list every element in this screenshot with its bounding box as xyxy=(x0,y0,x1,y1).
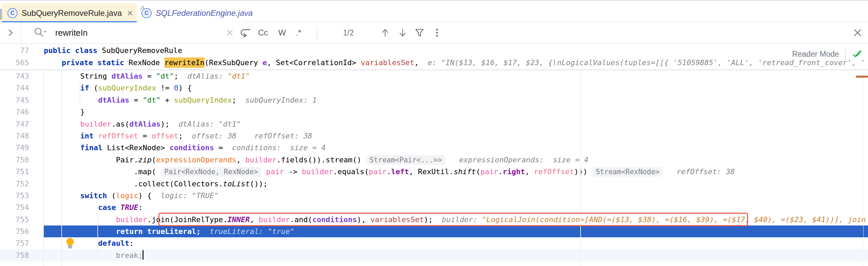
code-line[interactable]: 757 default: xyxy=(0,237,868,249)
line-number[interactable]: 753 xyxy=(0,190,29,202)
line-number[interactable]: 758 xyxy=(0,249,29,261)
line-number[interactable]: 754 xyxy=(0,202,29,213)
regex-toggle[interactable]: .* xyxy=(296,22,301,43)
code-line[interactable]: 752 .collect(Collectors.toList()); xyxy=(0,178,868,190)
code-line[interactable]: 751 .map( Pair<RexNode, RexNode> pair ->… xyxy=(0,166,868,178)
debugger-inline-hint[interactable]: conditions: size = 4 xyxy=(232,143,326,152)
code-token xyxy=(201,227,210,236)
gutter-divider xyxy=(43,70,44,266)
filter-search-button[interactable] xyxy=(414,22,425,43)
inferred-type-chip[interactable]: Pair<RexNode, RexNode> xyxy=(161,167,261,177)
tab-subqueryremoverule[interactable]: C SubQueryRemoveRule.java xyxy=(2,3,137,23)
code-token: e xyxy=(262,58,267,67)
code-line[interactable]: 77public class SubQueryRemoveRule xyxy=(0,45,868,57)
line-number[interactable]: 77 xyxy=(0,45,29,57)
line-number[interactable]: 743 xyxy=(0,70,29,82)
code-line[interactable]: 756 return trueLiteral; trueLiteral: "tr… xyxy=(0,225,868,237)
search-history-button[interactable] xyxy=(34,22,47,43)
code-token: ; xyxy=(178,132,192,140)
line-number[interactable]: 744 xyxy=(0,82,29,94)
code-line[interactable]: 565 private static RexNode rewriteIn(Rex… xyxy=(0,57,868,69)
line-number[interactable]: 565 xyxy=(0,57,29,69)
code-token: = xyxy=(214,143,232,152)
code-line[interactable]: 747 builder.as(dtAlias); dtAlias: "dt1" xyxy=(0,118,868,130)
debugger-inline-hint[interactable]: expressionOperands: size = 4 xyxy=(459,156,588,164)
code-token: RexNode xyxy=(124,58,164,67)
line-number[interactable]: 757 xyxy=(0,237,29,249)
code-line[interactable]: 750 Pair.zip(expressionOperands, builder… xyxy=(0,154,868,166)
code-token: int xyxy=(80,132,94,140)
intention-lightbulb-icon[interactable] xyxy=(65,237,75,250)
debugger-inline-hint[interactable]: refOffset: 38 xyxy=(677,167,735,176)
code-token: SubQueryRemoveRule xyxy=(97,46,182,55)
code-token: ; xyxy=(174,72,187,80)
match-case-toggle[interactable]: Cc xyxy=(258,22,268,43)
code-token: .map( xyxy=(62,167,160,176)
code-token: ( xyxy=(476,167,480,176)
inferred-type-chip[interactable]: Stream<RexNode> xyxy=(593,167,663,177)
inferred-type-chip[interactable]: Stream<Pair<...>> xyxy=(367,155,445,165)
debugger-inline-hint[interactable]: logic: "TRUE" xyxy=(160,191,218,200)
debugger-inline-hint[interactable]: refOffset: 38 xyxy=(254,132,312,140)
debugger-inline-hint[interactable]: trueLiteral: "true" xyxy=(210,227,294,236)
code-token: .collect(Collectors. xyxy=(62,180,223,188)
code-line[interactable]: 744 if (subQueryIndex != 0) { xyxy=(0,82,868,94)
code-line[interactable]: 749 final List<RexNode> conditions = con… xyxy=(0,142,868,154)
debugger-inline-hint[interactable]: dtAlias: xyxy=(187,72,227,80)
more-options-button[interactable] xyxy=(435,22,439,43)
line-number[interactable]: 755 xyxy=(0,214,29,225)
line-number[interactable]: 756 xyxy=(0,225,29,237)
line-number[interactable]: 752 xyxy=(0,178,29,190)
code-editor[interactable]: 743 String dtAlias = "dt"; dtAlias: "dt1… xyxy=(0,44,868,266)
debugger-inline-hint[interactable]: subQueryIndex: 1 xyxy=(245,96,317,104)
code-line[interactable]: 743 String dtAlias = "dt"; dtAlias: "dt1… xyxy=(0,70,868,82)
line-number[interactable]: 746 xyxy=(0,106,29,118)
widget-divider xyxy=(845,48,846,60)
code-token: final xyxy=(80,143,102,152)
code-line[interactable]: 748 int refOffset = offset; offset: 38 r… xyxy=(0,130,868,142)
tab-sqlfederationengine[interactable]: C SQLFederationEngine.java xyxy=(138,3,243,23)
debugger-inline-hint[interactable]: offset: 38 xyxy=(192,132,236,140)
clear-search-button[interactable] xyxy=(225,22,235,43)
previous-match-button[interactable] xyxy=(380,22,390,43)
code-token: refOffset xyxy=(98,132,138,140)
code-token: builder xyxy=(80,120,112,128)
code-token: subQueryIndex xyxy=(174,96,232,104)
sticky-separator xyxy=(0,70,868,70)
close-tab-icon[interactable] xyxy=(126,9,134,17)
code-line[interactable]: 746 } xyxy=(0,106,868,118)
editor-tab-bar: C SubQueryRemoveRule.java C SQLFederatio… xyxy=(0,0,868,22)
line-number[interactable]: 748 xyxy=(0,130,29,142)
code-lines-area[interactable]: 743 String dtAlias = "dt"; dtAlias: "dt1… xyxy=(0,70,868,261)
code-line[interactable]: 758 break; xyxy=(0,249,868,261)
arrow-down-icon xyxy=(398,27,408,38)
java-class-icon: C xyxy=(7,8,18,18)
newline-button[interactable] xyxy=(239,22,253,43)
line-number[interactable]: 745 xyxy=(0,94,29,106)
code-line[interactable]: 745 dtAlias = "dt" + subQueryIndex; subQ… xyxy=(0,94,868,106)
close-search-button[interactable] xyxy=(852,22,863,43)
code-text: } xyxy=(62,106,85,118)
code-token: ); xyxy=(160,120,178,128)
code-text: Pair.zip(expressionOperands, builder.fie… xyxy=(62,154,589,166)
code-token: ) { xyxy=(138,191,160,200)
code-token: conditions xyxy=(169,143,214,152)
line-number[interactable]: 749 xyxy=(0,142,29,154)
search-input[interactable]: rewriteIn xyxy=(55,22,88,43)
code-text: .collect(Collectors.toList()); xyxy=(62,178,268,190)
code-token: : xyxy=(129,239,134,247)
line-number[interactable]: 747 xyxy=(0,118,29,130)
sticky-lines-header: 77public class SubQueryRemoveRule565 pri… xyxy=(0,44,868,70)
line-number[interactable]: 751 xyxy=(0,166,29,178)
code-line[interactable]: 753 switch (logic) { logic: "TRUE" xyxy=(0,190,868,202)
line-number[interactable]: 750 xyxy=(0,154,29,166)
debugger-inline-hint[interactable]: dtAlias: "dt1" xyxy=(178,120,241,128)
code-line[interactable]: 754 case TRUE: xyxy=(0,202,868,213)
reader-mode-label[interactable]: Reader Mode xyxy=(792,50,839,59)
whole-words-toggle[interactable]: W xyxy=(278,22,286,43)
debugger-inline-hint[interactable]: "dt1" xyxy=(227,72,250,80)
inspections-ok-double-check-icon[interactable] xyxy=(851,48,863,60)
code-token: logic xyxy=(116,191,138,200)
next-match-button[interactable] xyxy=(398,22,408,43)
expand-replace-toggle[interactable] xyxy=(0,22,22,43)
